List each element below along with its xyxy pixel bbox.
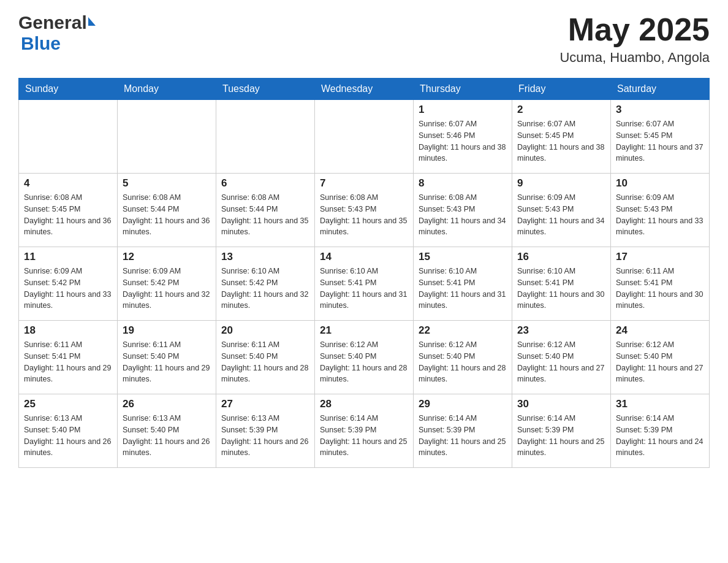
calendar-cell: [315, 100, 414, 174]
calendar-cell: [19, 100, 118, 174]
calendar-cell: 31Sunrise: 6:14 AMSunset: 5:39 PMDayligh…: [611, 394, 710, 468]
day-number: 13: [221, 251, 309, 263]
month-title: May 2025: [559, 12, 710, 47]
day-info: Sunrise: 6:12 AMSunset: 5:40 PMDaylight:…: [419, 339, 507, 385]
day-number: 12: [123, 251, 211, 263]
calendar-cell: [216, 100, 315, 174]
calendar-cell: 13Sunrise: 6:10 AMSunset: 5:42 PMDayligh…: [216, 247, 315, 321]
weekday-header-thursday: Thursday: [414, 79, 512, 100]
calendar-cell: 5Sunrise: 6:08 AMSunset: 5:44 PMDaylight…: [118, 174, 216, 247]
week-row-3: 11Sunrise: 6:09 AMSunset: 5:42 PMDayligh…: [19, 247, 710, 321]
day-info: Sunrise: 6:10 AMSunset: 5:42 PMDaylight:…: [221, 266, 309, 312]
day-number: 26: [123, 398, 211, 410]
day-number: 17: [616, 251, 704, 263]
week-row-2: 4Sunrise: 6:08 AMSunset: 5:45 PMDaylight…: [19, 174, 710, 247]
day-number: 15: [419, 251, 507, 263]
calendar-cell: 19Sunrise: 6:11 AMSunset: 5:40 PMDayligh…: [118, 321, 216, 394]
day-number: 25: [24, 398, 112, 410]
logo-general-text: General: [18, 12, 87, 33]
day-info: Sunrise: 6:07 AMSunset: 5:45 PMDaylight:…: [517, 118, 605, 164]
day-info: Sunrise: 6:14 AMSunset: 5:39 PMDaylight:…: [517, 413, 605, 459]
calendar-cell: 4Sunrise: 6:08 AMSunset: 5:45 PMDaylight…: [19, 174, 118, 247]
calendar-cell: 12Sunrise: 6:09 AMSunset: 5:42 PMDayligh…: [118, 247, 216, 321]
page-header: General Blue May 2025 Ucuma, Huambo, Ang…: [18, 12, 710, 66]
day-info: Sunrise: 6:14 AMSunset: 5:39 PMDaylight:…: [419, 413, 507, 459]
day-info: Sunrise: 6:10 AMSunset: 5:41 PMDaylight:…: [320, 266, 408, 312]
day-info: Sunrise: 6:08 AMSunset: 5:44 PMDaylight:…: [123, 192, 211, 238]
calendar-cell: 22Sunrise: 6:12 AMSunset: 5:40 PMDayligh…: [414, 321, 512, 394]
day-number: 10: [616, 177, 704, 190]
calendar-cell: 25Sunrise: 6:13 AMSunset: 5:40 PMDayligh…: [19, 394, 118, 468]
day-info: Sunrise: 6:09 AMSunset: 5:43 PMDaylight:…: [517, 192, 605, 238]
day-number: 28: [320, 398, 408, 410]
day-info: Sunrise: 6:07 AMSunset: 5:46 PMDaylight:…: [419, 118, 507, 164]
calendar-cell: 11Sunrise: 6:09 AMSunset: 5:42 PMDayligh…: [19, 247, 118, 321]
calendar-cell: 29Sunrise: 6:14 AMSunset: 5:39 PMDayligh…: [414, 394, 512, 468]
calendar-cell: 1Sunrise: 6:07 AMSunset: 5:46 PMDaylight…: [414, 100, 512, 174]
day-info: Sunrise: 6:07 AMSunset: 5:45 PMDaylight:…: [616, 118, 704, 164]
weekday-header-friday: Friday: [512, 79, 611, 100]
calendar-cell: 23Sunrise: 6:12 AMSunset: 5:40 PMDayligh…: [512, 321, 611, 394]
calendar-cell: 20Sunrise: 6:11 AMSunset: 5:40 PMDayligh…: [216, 321, 315, 394]
day-info: Sunrise: 6:08 AMSunset: 5:45 PMDaylight:…: [24, 192, 112, 238]
calendar-cell: [118, 100, 216, 174]
calendar-cell: 16Sunrise: 6:10 AMSunset: 5:41 PMDayligh…: [512, 247, 611, 321]
calendar-cell: 9Sunrise: 6:09 AMSunset: 5:43 PMDaylight…: [512, 174, 611, 247]
day-info: Sunrise: 6:08 AMSunset: 5:43 PMDaylight:…: [419, 192, 507, 238]
day-info: Sunrise: 6:12 AMSunset: 5:40 PMDaylight:…: [517, 339, 605, 385]
day-info: Sunrise: 6:11 AMSunset: 5:41 PMDaylight:…: [24, 339, 112, 385]
day-number: 19: [123, 324, 211, 337]
day-number: 8: [419, 177, 507, 190]
calendar-cell: 24Sunrise: 6:12 AMSunset: 5:40 PMDayligh…: [611, 321, 710, 394]
day-number: 7: [320, 177, 408, 190]
day-info: Sunrise: 6:14 AMSunset: 5:39 PMDaylight:…: [320, 413, 408, 459]
day-info: Sunrise: 6:13 AMSunset: 5:40 PMDaylight:…: [24, 413, 112, 459]
day-number: 9: [517, 177, 605, 190]
day-info: Sunrise: 6:13 AMSunset: 5:40 PMDaylight:…: [123, 413, 211, 459]
weekday-header-saturday: Saturday: [611, 79, 710, 100]
day-number: 11: [24, 251, 112, 263]
calendar-cell: 14Sunrise: 6:10 AMSunset: 5:41 PMDayligh…: [315, 247, 414, 321]
weekday-header-wednesday: Wednesday: [315, 79, 414, 100]
logo-arrow-icon: [88, 17, 96, 26]
day-info: Sunrise: 6:08 AMSunset: 5:44 PMDaylight:…: [221, 192, 309, 238]
day-info: Sunrise: 6:11 AMSunset: 5:40 PMDaylight:…: [123, 339, 211, 385]
day-info: Sunrise: 6:10 AMSunset: 5:41 PMDaylight:…: [419, 266, 507, 312]
day-info: Sunrise: 6:09 AMSunset: 5:43 PMDaylight:…: [616, 192, 704, 238]
day-number: 6: [221, 177, 309, 190]
day-info: Sunrise: 6:10 AMSunset: 5:41 PMDaylight:…: [517, 266, 605, 312]
day-number: 29: [419, 398, 507, 410]
calendar-cell: 7Sunrise: 6:08 AMSunset: 5:43 PMDaylight…: [315, 174, 414, 247]
day-info: Sunrise: 6:12 AMSunset: 5:40 PMDaylight:…: [616, 339, 704, 385]
day-number: 31: [616, 398, 704, 410]
day-number: 18: [24, 324, 112, 337]
calendar-cell: 8Sunrise: 6:08 AMSunset: 5:43 PMDaylight…: [414, 174, 512, 247]
day-number: 5: [123, 177, 211, 190]
day-info: Sunrise: 6:12 AMSunset: 5:40 PMDaylight:…: [320, 339, 408, 385]
weekday-header-tuesday: Tuesday: [216, 79, 315, 100]
week-row-5: 25Sunrise: 6:13 AMSunset: 5:40 PMDayligh…: [19, 394, 710, 468]
day-info: Sunrise: 6:13 AMSunset: 5:39 PMDaylight:…: [221, 413, 309, 459]
calendar-cell: 26Sunrise: 6:13 AMSunset: 5:40 PMDayligh…: [118, 394, 216, 468]
day-number: 4: [24, 177, 112, 190]
day-number: 2: [517, 104, 605, 116]
logo-blue-text: Blue: [21, 33, 61, 54]
day-number: 3: [616, 104, 704, 116]
day-info: Sunrise: 6:14 AMSunset: 5:39 PMDaylight:…: [616, 413, 704, 459]
calendar-cell: 17Sunrise: 6:11 AMSunset: 5:41 PMDayligh…: [611, 247, 710, 321]
weekday-header-row: SundayMondayTuesdayWednesdayThursdayFrid…: [19, 79, 710, 100]
week-row-1: 1Sunrise: 6:07 AMSunset: 5:46 PMDaylight…: [19, 100, 710, 174]
weekday-header-monday: Monday: [118, 79, 216, 100]
calendar-cell: 15Sunrise: 6:10 AMSunset: 5:41 PMDayligh…: [414, 247, 512, 321]
day-number: 27: [221, 398, 309, 410]
day-number: 22: [419, 324, 507, 337]
day-info: Sunrise: 6:11 AMSunset: 5:40 PMDaylight:…: [221, 339, 309, 385]
day-info: Sunrise: 6:11 AMSunset: 5:41 PMDaylight:…: [616, 266, 704, 312]
location-title: Ucuma, Huambo, Angola: [559, 50, 710, 66]
day-info: Sunrise: 6:08 AMSunset: 5:43 PMDaylight:…: [320, 192, 408, 238]
logo: General Blue: [18, 12, 96, 54]
calendar-cell: 27Sunrise: 6:13 AMSunset: 5:39 PMDayligh…: [216, 394, 315, 468]
day-info: Sunrise: 6:09 AMSunset: 5:42 PMDaylight:…: [24, 266, 112, 312]
calendar-cell: 18Sunrise: 6:11 AMSunset: 5:41 PMDayligh…: [19, 321, 118, 394]
calendar-cell: 3Sunrise: 6:07 AMSunset: 5:45 PMDaylight…: [611, 100, 710, 174]
